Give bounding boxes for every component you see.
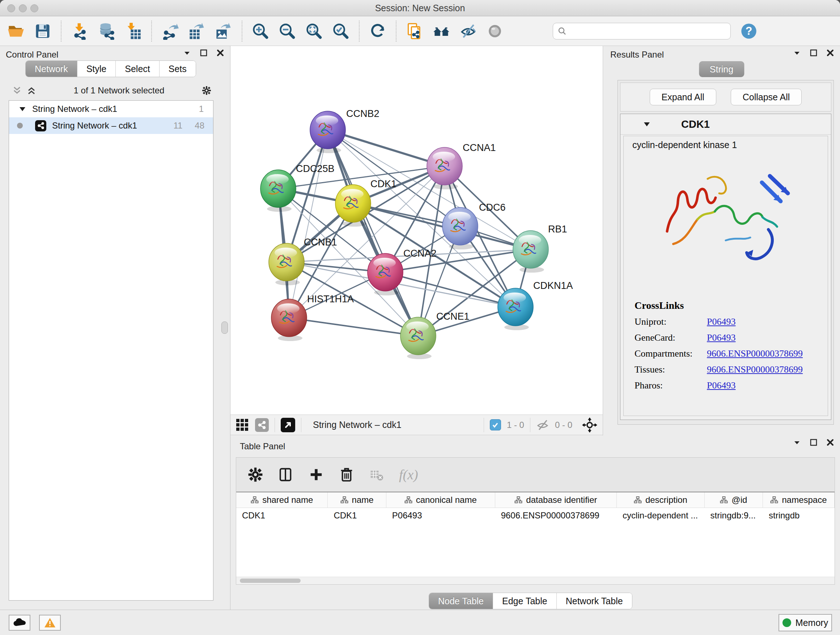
- save-session-icon[interactable]: [34, 22, 51, 40]
- show-columns-icon[interactable]: [278, 467, 294, 482]
- column-header-canonical-name[interactable]: canonical name: [386, 492, 495, 508]
- crosslink-row: GeneCard:P06493: [635, 333, 803, 343]
- cell-shared-name[interactable]: CDK1: [236, 508, 328, 523]
- network-edge-CCNB2-HIST1H1A[interactable]: [289, 130, 328, 318]
- zoom-out-icon[interactable]: [279, 22, 296, 40]
- cloud-button[interactable]: [9, 615, 30, 631]
- network-node-CCNA1[interactable]: [427, 147, 462, 189]
- network-node-CDC25B[interactable]: [261, 170, 296, 212]
- network-node-HIST1H1A[interactable]: [271, 299, 307, 341]
- tab-style[interactable]: Style: [77, 61, 116, 77]
- export-network-icon[interactable]: [161, 22, 179, 40]
- copy-network-icon[interactable]: [406, 22, 423, 40]
- column-header-shared-name[interactable]: shared name: [236, 492, 328, 508]
- table-horizontal-scrollbar[interactable]: [236, 577, 835, 584]
- show-eye-icon[interactable]: [486, 22, 504, 40]
- network-node-CCNB1[interactable]: [269, 243, 304, 285]
- search-input[interactable]: [570, 26, 726, 36]
- export-table-icon[interactable]: [188, 22, 205, 40]
- memory-button[interactable]: Memory: [778, 614, 832, 631]
- panel-collapse-icon[interactable]: [182, 48, 192, 57]
- cell-canonical-name[interactable]: P06493: [386, 508, 495, 523]
- network-edge-CCNB2-CCNE1[interactable]: [328, 130, 418, 336]
- main-toolbar: ?: [0, 16, 840, 46]
- panel-close-icon[interactable]: [216, 48, 225, 57]
- table-gear-icon[interactable]: [248, 467, 263, 482]
- network-collection-row[interactable]: String Network – cdk1 1: [9, 101, 213, 117]
- grid-view-icon[interactable]: [235, 418, 249, 432]
- tab-edge-table[interactable]: Edge Table: [493, 593, 557, 609]
- tab-string[interactable]: String: [699, 61, 744, 77]
- birdseye-view-icon[interactable]: [281, 418, 295, 432]
- crosslink-link[interactable]: 9606.ENSP00000378699: [707, 364, 803, 375]
- network-node-CCNB2[interactable]: [310, 111, 346, 153]
- export-image-icon[interactable]: [215, 22, 232, 40]
- tab-network[interactable]: Network: [26, 61, 77, 77]
- panel-float-icon[interactable]: [199, 48, 208, 57]
- panel-float-icon[interactable]: [809, 438, 818, 447]
- network-node-CDKN1A[interactable]: [498, 288, 533, 330]
- cell-description[interactable]: cyclin-dependent ...: [617, 508, 705, 523]
- gene-entry-header[interactable]: CDK1: [621, 114, 831, 135]
- panel-close-icon[interactable]: [826, 48, 835, 57]
- panel-close-icon[interactable]: [826, 438, 835, 447]
- left-splitter-handle[interactable]: [221, 321, 228, 334]
- cell-name[interactable]: CDK1: [328, 508, 386, 523]
- network-share-icon[interactable]: [255, 418, 269, 432]
- cell-database-identifier[interactable]: 9606.ENSP00000378699: [495, 508, 617, 523]
- search-box[interactable]: [553, 23, 731, 40]
- entry-expand-icon[interactable]: [642, 119, 652, 129]
- column-header-database-identifier[interactable]: database identifier: [495, 492, 617, 508]
- column-header-name[interactable]: name: [328, 492, 386, 508]
- layout-refresh-icon[interactable]: [369, 22, 386, 40]
- network-edge-HIST1H1A-CCNE1[interactable]: [289, 318, 418, 336]
- add-column-icon[interactable]: [309, 467, 324, 482]
- tree-expand-icon[interactable]: [18, 104, 27, 114]
- selected-checkbox[interactable]: [490, 419, 501, 431]
- zoom-fit-icon[interactable]: [305, 22, 323, 40]
- collapse-all-icon[interactable]: [12, 86, 22, 95]
- hide-eye-icon[interactable]: [459, 22, 477, 40]
- warnings-button[interactable]: [39, 615, 61, 631]
- open-session-icon[interactable]: [7, 22, 25, 40]
- tab-network-table[interactable]: Network Table: [557, 593, 632, 609]
- tab-select[interactable]: Select: [116, 61, 159, 77]
- crosslink-link[interactable]: P06493: [707, 333, 736, 343]
- network-canvas[interactable]: CCNB2CCNA1CDC25BCDK1CDC6RB1CCNB1CCNA2CDK…: [231, 46, 603, 415]
- network-row-selected[interactable]: String Network – cdk1 11 48: [9, 117, 213, 134]
- panel-float-icon[interactable]: [809, 48, 818, 57]
- tab-sets[interactable]: Sets: [159, 61, 196, 77]
- delete-column-icon[interactable]: [339, 467, 354, 482]
- zoom-selected-icon[interactable]: [332, 22, 349, 40]
- import-database-icon[interactable]: [98, 22, 115, 40]
- scrollbar-thumb[interactable]: [240, 578, 301, 583]
- zoom-in-icon[interactable]: [252, 22, 269, 40]
- network-graph[interactable]: CCNB2CCNA1CDC25BCDK1CDC6RB1CCNB1CCNA2CDK…: [231, 46, 603, 415]
- network-node-CDK1[interactable]: [335, 185, 371, 226]
- network-node-CCNE1[interactable]: [401, 317, 436, 359]
- pan-crosshair-icon[interactable]: [582, 417, 598, 433]
- panel-collapse-icon[interactable]: [792, 48, 802, 57]
- crosslink-link[interactable]: P06493: [707, 380, 736, 391]
- cell--id[interactable]: stringdb:9...: [705, 508, 763, 523]
- crosslink-link[interactable]: P06493: [707, 317, 736, 327]
- panel-collapse-icon[interactable]: [792, 438, 802, 447]
- table-row[interactable]: CDK1CDK1P064939606.ENSP00000378699cyclin…: [236, 508, 835, 523]
- string-home-icon[interactable]: [433, 22, 450, 40]
- help-icon[interactable]: ?: [740, 22, 758, 40]
- column-header--id[interactable]: @id: [705, 492, 763, 508]
- network-edge-CCNB2-CCNA1[interactable]: [328, 130, 445, 166]
- collapse-all-button[interactable]: Collapse All: [731, 89, 802, 105]
- column-header-namespace[interactable]: namespace: [763, 492, 835, 508]
- expand-all-icon[interactable]: [27, 86, 36, 95]
- import-network-icon[interactable]: [71, 22, 88, 40]
- import-table-icon[interactable]: [125, 22, 142, 40]
- crosslink-link[interactable]: 9606.ENSP00000378699: [707, 348, 803, 359]
- network-node-RB1[interactable]: [513, 231, 548, 272]
- tab-node-table[interactable]: Node Table: [429, 593, 493, 609]
- cell-namespace[interactable]: stringdb: [763, 508, 835, 523]
- expand-all-button[interactable]: Expand All: [650, 89, 716, 105]
- gear-icon[interactable]: [202, 86, 211, 95]
- column-header-description[interactable]: description: [617, 492, 705, 508]
- collection-label: String Network – cdk1: [32, 104, 117, 114]
